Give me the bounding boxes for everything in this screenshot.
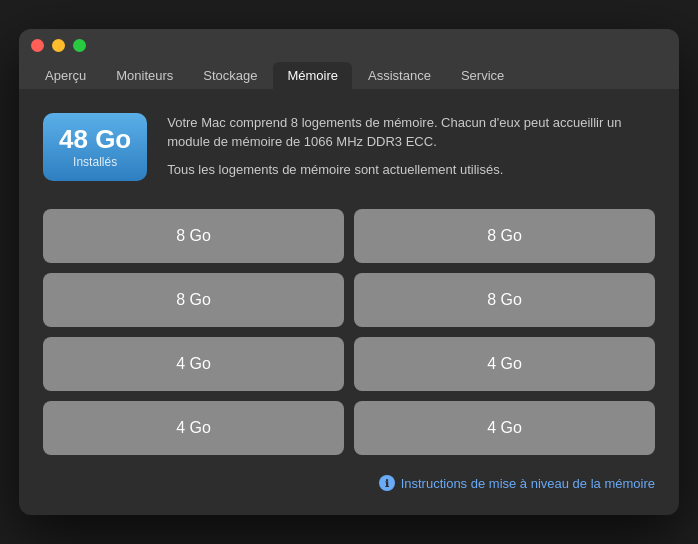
memory-slot-4[interactable]: 8 Go	[354, 273, 655, 327]
upgrade-link-text: Instructions de mise à niveau de la mémo…	[401, 476, 655, 491]
description-line1: Votre Mac comprend 8 logements de mémoir…	[167, 113, 655, 152]
tab-apercu[interactable]: Aperçu	[31, 62, 100, 89]
memory-slots: 8 Go8 Go8 Go8 Go4 Go4 Go4 Go4 Go	[43, 209, 655, 455]
upgrade-link[interactable]: ℹ Instructions de mise à niveau de la mé…	[43, 475, 655, 491]
memory-slot-3[interactable]: 8 Go	[43, 273, 344, 327]
memory-slot-5[interactable]: 4 Go	[43, 337, 344, 391]
memory-description: Votre Mac comprend 8 logements de mémoir…	[167, 113, 655, 180]
tab-assistance[interactable]: Assistance	[354, 62, 445, 89]
memory-slot-6[interactable]: 4 Go	[354, 337, 655, 391]
memory-badge-value: 48 Go	[59, 125, 131, 154]
tab-memoire[interactable]: Mémoire	[273, 62, 352, 89]
tab-service[interactable]: Service	[447, 62, 518, 89]
description-line2: Tous les logements de mémoire sont actue…	[167, 160, 655, 180]
memory-slot-8[interactable]: 4 Go	[354, 401, 655, 455]
memory-slot-2[interactable]: 8 Go	[354, 209, 655, 263]
memory-slot-1[interactable]: 8 Go	[43, 209, 344, 263]
titlebar: AperçuMoniteursStockageMémoireAssistance…	[19, 29, 679, 89]
memory-header: 48 Go Installés Votre Mac comprend 8 log…	[43, 113, 655, 182]
traffic-lights	[31, 39, 667, 52]
memory-badge-label: Installés	[59, 155, 131, 169]
tab-stockage[interactable]: Stockage	[189, 62, 271, 89]
memory-badge: 48 Go Installés	[43, 113, 147, 182]
tab-bar: AperçuMoniteursStockageMémoireAssistance…	[31, 62, 667, 89]
main-window: AperçuMoniteursStockageMémoireAssistance…	[19, 29, 679, 516]
memory-slot-7[interactable]: 4 Go	[43, 401, 344, 455]
upgrade-link-icon: ℹ	[379, 475, 395, 491]
maximize-button[interactable]	[73, 39, 86, 52]
close-button[interactable]	[31, 39, 44, 52]
main-content: 48 Go Installés Votre Mac comprend 8 log…	[19, 89, 679, 516]
minimize-button[interactable]	[52, 39, 65, 52]
tab-moniteurs[interactable]: Moniteurs	[102, 62, 187, 89]
